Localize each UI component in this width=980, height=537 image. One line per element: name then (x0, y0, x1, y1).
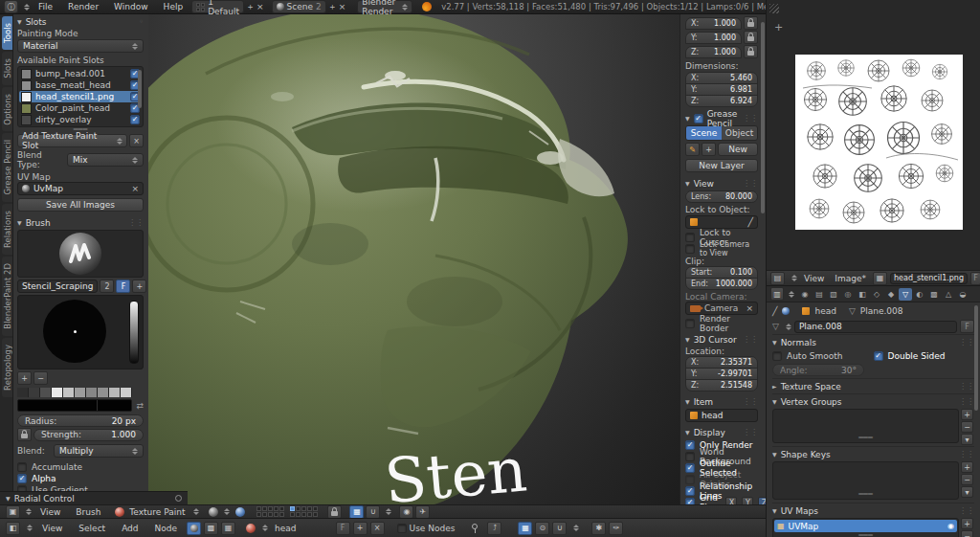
shape-key-add-button[interactable]: + (961, 461, 973, 473)
panel-header-grease-pencil[interactable]: ▼ Grease Pencil ⋮⋮ (685, 111, 758, 125)
pivot-icon[interactable] (235, 507, 245, 517)
node-render2-icon[interactable]: ✑ (609, 522, 623, 535)
scale-z-field[interactable]: Z:1.000 (685, 46, 742, 58)
node-menu-select[interactable]: Select (72, 524, 112, 533)
scene-close-button[interactable]: × (339, 2, 346, 11)
item-name-field[interactable]: head (685, 409, 758, 422)
palette-swatch[interactable] (63, 388, 75, 397)
scene-selector[interactable]: Scene 2 (272, 0, 326, 13)
gp-new-layer-button[interactable]: New Layer (685, 159, 758, 172)
breadcrumb-data-name[interactable]: Plane.008 (860, 306, 903, 316)
list-item[interactable]: Color_paint_head (19, 102, 142, 114)
node-menu-node[interactable]: Node (148, 524, 185, 533)
strength-slider[interactable]: Strength: 1.000 (33, 429, 144, 441)
render-engine-selector[interactable]: Blender Render (357, 0, 412, 13)
eyedropper-icon[interactable]: ╱ (748, 217, 753, 227)
layer-buttons-right[interactable] (290, 506, 318, 517)
blend-type-dropdown[interactable]: Mix (67, 153, 144, 167)
brush-users-button[interactable]: 2 (100, 280, 114, 293)
material-unlink-button[interactable]: × (370, 522, 385, 535)
properties-scrollbar[interactable] (974, 305, 978, 411)
tab-object-data[interactable]: ▽ (899, 288, 912, 301)
tab-options[interactable]: Options (2, 87, 12, 132)
tab-render[interactable]: ◉ (798, 288, 812, 301)
tab-texture[interactable]: ▩ (927, 288, 941, 301)
render-anim-icon[interactable]: ✈ (415, 505, 430, 519)
shader-nodes-icon[interactable] (187, 522, 201, 535)
mesh-name-field[interactable]: Plane.008 (794, 321, 957, 333)
image-fake-user-button[interactable]: F (970, 272, 980, 285)
axis-z-toggle[interactable]: Z (758, 497, 766, 504)
palette-swatch[interactable] (86, 388, 98, 397)
lock-scale-y-icon[interactable] (744, 31, 758, 44)
camera-clear-button[interactable]: × (746, 303, 753, 313)
menu-render[interactable]: Render (61, 2, 105, 11)
axis-x-toggle[interactable]: X (725, 497, 737, 504)
uv-map-add-button[interactable]: + (961, 518, 973, 529)
grease-pencil-checkbox[interactable] (694, 114, 703, 123)
strength-pressure-toggle[interactable] (17, 428, 32, 441)
slot-visibility-checkbox[interactable] (130, 115, 140, 124)
gp-object-button[interactable]: Object (722, 126, 757, 140)
uv-layout-image[interactable] (795, 55, 963, 230)
local-camera-selector[interactable]: Camera × (685, 302, 758, 315)
panel-header-texture-space[interactable]: ► Texture Space ⋮⋮ (772, 378, 974, 393)
mode-selector[interactable]: Texture Paint (126, 507, 188, 517)
screen-layout-selector[interactable]: 1 Default (191, 0, 244, 13)
relationship-lines-checkbox[interactable] (685, 486, 695, 496)
pressure-bar[interactable] (129, 301, 139, 364)
node-menu-add[interactable]: Add (115, 524, 145, 533)
tab-slots[interactable]: Slots (2, 52, 12, 85)
painting-mode-dropdown[interactable]: Material (17, 39, 144, 53)
tab-blenderpaint-2d[interactable]: BlenderPaint 2D (2, 257, 12, 336)
panel-header-view[interactable]: ▼ View ⋮⋮ (685, 176, 758, 190)
pin-icon[interactable] (471, 524, 479, 533)
panel-options-icon[interactable] (175, 495, 182, 502)
axis-y-toggle[interactable]: Y (742, 497, 753, 504)
image-name-field[interactable]: head_stencil1.png (890, 273, 968, 284)
panel-header-vertex-groups[interactable]: ▼ Vertex Groups ⋮⋮ (772, 393, 974, 409)
tab-relations[interactable]: Relations (2, 204, 12, 255)
list-item[interactable]: dirty_overlay (19, 114, 142, 125)
uv-image-editor[interactable]: + (766, 0, 980, 285)
node-snap-toggle-icon[interactable]: ▦ (518, 522, 532, 535)
compositing-nodes-icon[interactable]: ▩ (204, 522, 218, 535)
panel-header-uv-maps[interactable]: ▼ UV Maps ⋮⋮ (772, 503, 974, 518)
all-object-origins-checkbox[interactable] (685, 475, 695, 484)
palette-swatches[interactable] (17, 387, 144, 397)
alpha-checkbox[interactable] (17, 474, 27, 483)
gp-add-icon[interactable]: + (702, 143, 716, 156)
use-nodes-checkbox[interactable] (397, 524, 407, 533)
panel-header-normals[interactable]: ▼ Normals ⋮⋮ (772, 334, 974, 349)
vertex-groups-list[interactable]: ═══ + − ▾ (772, 409, 959, 443)
lock-to-object-selector[interactable]: ╱ (685, 215, 758, 229)
radius-slider[interactable]: Radius: 20 px (17, 414, 144, 427)
curve-remove-button[interactable]: − (33, 371, 48, 385)
cursor-z-field[interactable]: Z:2.51548 (685, 379, 758, 392)
shape-keys-list[interactable]: ═══ + − ▾ (772, 461, 959, 500)
layout-add-button[interactable]: ＋ (246, 1, 255, 13)
gp-scene-button[interactable]: Scene (686, 126, 722, 140)
grease-pencil-source-toggle[interactable]: Scene Object (685, 125, 758, 141)
scale-y-field[interactable]: Y:1.000 (685, 32, 742, 44)
lock-layers-icon[interactable] (327, 505, 342, 519)
accumulate-option[interactable]: Accumulate (17, 461, 144, 473)
panel-pin-icon[interactable]: ◦ (139, 17, 144, 26)
uv-maps-list[interactable]: ▦ UVMap ◉ ═══ + − (772, 518, 959, 537)
tab-material[interactable]: ◐ (913, 288, 926, 301)
menu-window[interactable]: Window (107, 2, 155, 11)
lock-scale-x-icon[interactable] (744, 16, 758, 30)
tab-retopology[interactable]: Retopology (2, 338, 12, 397)
world-background-checkbox[interactable] (685, 452, 695, 461)
curve-add-button[interactable]: + (17, 371, 32, 385)
mesh-fake-user-button[interactable]: F (960, 320, 974, 333)
remove-slot-button[interactable]: × (129, 134, 144, 147)
palette-swatch[interactable] (121, 388, 132, 397)
brush-color-field[interactable] (17, 399, 132, 412)
node-snap-element-icon[interactable]: ∪ (552, 522, 567, 535)
brush-falloff-curve[interactable] (17, 295, 144, 369)
editor-corner-grip[interactable] (769, 4, 779, 13)
dimension-z-field[interactable]: Z:6.924 (685, 95, 758, 107)
save-all-images-button[interactable]: Save All Images (17, 198, 144, 212)
lock-camera-option[interactable]: Lock Camera to View (685, 243, 758, 255)
